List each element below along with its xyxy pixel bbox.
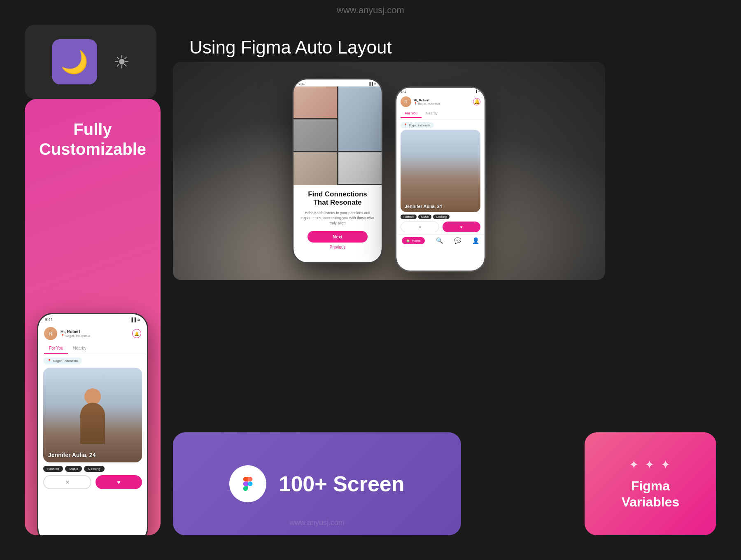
greeting-section: Hi, Robert 📍Bogor, Indonesia xyxy=(61,329,90,338)
card-100-text: 100+ Screen xyxy=(279,471,404,496)
moon-icon: 🌙 xyxy=(61,49,88,75)
status-bar: 9:41 ▐▐ ≋ xyxy=(38,314,147,324)
hero-label: Using Figma Auto Layout xyxy=(189,37,392,58)
moon-icon-box[interactable]: 🌙 xyxy=(52,39,97,84)
right-tab-for-you[interactable]: For You xyxy=(401,110,422,118)
grid-photo-2 xyxy=(338,86,382,151)
right-phone-header-left: R Hi, Robert 📍Bogor, Indonesia xyxy=(401,96,440,107)
next-button-center[interactable]: Next xyxy=(308,231,368,243)
card-100-screen: 100+ Screen www.anyusj.com xyxy=(173,432,461,535)
right-phone-location-badge: 📍Bogor, Indonesia xyxy=(401,122,434,128)
right-tag-fashion: Fashion xyxy=(401,215,417,219)
search-icon-nav: 🔍 xyxy=(436,237,443,244)
stone-overlay xyxy=(173,62,605,280)
card-100-watermark: www.anyusj.com xyxy=(289,518,345,527)
right-tags-row: Fashion Music Cooking xyxy=(401,215,480,219)
right-hero-time: 9:41 xyxy=(401,90,406,93)
location-text: 📍Bogor, Indonesia xyxy=(61,334,90,338)
grid-photo-3 xyxy=(294,119,337,151)
profile-name-overlay-left: Jennifer Aulia, 24 xyxy=(48,452,137,458)
right-tag-cooking: Cooking xyxy=(433,215,450,219)
avatar-left: R xyxy=(44,327,57,340)
sun-icon-box[interactable]: ☀ xyxy=(114,51,130,72)
profile-photo-inner xyxy=(43,368,142,462)
grid-photo-4 xyxy=(294,152,337,185)
phone-mockup-right-hero: 9:41 ▐ ≋ R Hi, Robert 📍Bogor, Indonesia … xyxy=(395,86,486,272)
right-hero-signal: ▐ ≋ xyxy=(475,90,480,93)
grid-photo-5 xyxy=(338,152,382,184)
phone-header-left: R Hi, Robert 📍Bogor, Indonesia 🔔 xyxy=(38,324,147,343)
tab-for-you[interactable]: For You xyxy=(44,343,68,354)
phone-mockup-left: 9:41 ▐▐ ≋ R Hi, Robert 📍Bogor, Indonesia… xyxy=(37,313,148,535)
right-hero-status-bar: 9:41 ▐ ≋ xyxy=(396,88,485,94)
right-location-text: 📍Bogor, Indonesia xyxy=(414,102,440,105)
tags-row-left: Fashion Music Cooking xyxy=(43,466,142,472)
figma-logo-svg xyxy=(238,474,258,494)
hero-section: 9:41 ▐▐ ≋ Find Connections That Resonate… xyxy=(173,62,605,280)
right-greeting-section: Hi, Robert 📍Bogor, Indonesia xyxy=(414,98,440,105)
right-tab-nearby[interactable]: Nearby xyxy=(422,110,442,118)
right-notification-bell[interactable]: 🔔 xyxy=(473,98,480,105)
location-badge-left: 📍Bogor, Indonesia xyxy=(43,357,82,364)
header-left-section: R Hi, Robert 📍Bogor, Indonesia xyxy=(44,327,90,340)
right-tag-music: Music xyxy=(418,215,431,219)
profile-name-text-left: Jennifer Aulia, 24 xyxy=(48,452,137,458)
tag-cooking: Cooking xyxy=(84,466,104,472)
person-head xyxy=(84,388,101,405)
center-subtext: EchoMatch listens to your passions and e… xyxy=(299,210,376,226)
center-phone-text-area: Find Connections That Resonate EchoMatch… xyxy=(294,185,382,254)
profile-photo-card-left: Jennifer Aulia, 24 xyxy=(43,368,142,462)
right-phone-header: R Hi, Robert 📍Bogor, Indonesia 🔔 xyxy=(396,94,485,110)
action-buttons-left: ✕ ♥ xyxy=(43,475,142,489)
left-panel-title: Fully Customizable xyxy=(25,99,161,171)
notification-bell[interactable]: 🔔 xyxy=(132,329,141,338)
right-reject-button[interactable]: ✕ xyxy=(401,222,439,232)
right-greeting-text: Hi, Robert xyxy=(414,98,440,102)
right-profile-overlay: Jennifer Aulia, 24 xyxy=(405,204,442,209)
photo-grid xyxy=(294,86,382,185)
center-headline: Find Connections That Resonate xyxy=(299,190,376,207)
right-like-button[interactable]: ♥ xyxy=(443,222,480,232)
tag-fashion: Fashion xyxy=(43,466,63,472)
like-button-left[interactable]: ♥ xyxy=(96,475,142,489)
phone-tabs-left: For You Nearby xyxy=(38,343,147,354)
center-status-bar: 9:41 ▐▐ ≋ xyxy=(294,79,382,86)
card-figma-variables: ✦ ✦ ✦ Figma Variables xyxy=(585,432,716,535)
tab-nearby[interactable]: Nearby xyxy=(68,343,91,354)
signal-icons: ▐▐ ≋ xyxy=(130,317,140,322)
right-phone-tabs: For You Nearby xyxy=(396,110,485,120)
tag-music: Music xyxy=(65,466,82,472)
phone-screen-left: 9:41 ▐▐ ≋ R Hi, Robert 📍Bogor, Indonesia… xyxy=(38,314,147,535)
right-profile-photo: Jennifer Aulia, 24 xyxy=(401,130,480,212)
avatar-right-hero: R xyxy=(401,96,411,107)
reject-button-left[interactable]: ✕ xyxy=(43,475,91,489)
theme-toggle-area: 🌙 ☀ xyxy=(25,25,156,99)
figma-vars-text: Figma Variables xyxy=(622,478,680,510)
sparkle-icon: ✦ ✦ ✦ xyxy=(629,458,672,471)
figma-logo-circle xyxy=(229,465,266,502)
nav-home-active[interactable]: 🏠 Home xyxy=(402,237,424,244)
person-body xyxy=(80,403,105,444)
right-bottom-nav: 🏠 Home 🔍 💬 👤 xyxy=(396,234,485,247)
profile-icon-nav: 👤 xyxy=(472,237,479,244)
left-panel: Fully Customizable 9:41 ▐▐ ≋ R Hi, Rober… xyxy=(25,99,161,535)
sun-icon: ☀ xyxy=(114,51,130,72)
right-hero-phone-screen: 9:41 ▐ ≋ R Hi, Robert 📍Bogor, Indonesia … xyxy=(396,88,485,271)
previous-button-center[interactable]: Previous xyxy=(299,245,376,250)
nav-profile-btn[interactable]: 👤 xyxy=(472,237,479,244)
phone-mockup-center: 9:41 ▐▐ ≋ Find Connections That Resonate… xyxy=(292,78,383,264)
right-action-buttons: ✕ ♥ xyxy=(401,222,480,232)
time-left: 9:41 xyxy=(45,317,53,322)
nav-search[interactable]: 🔍 xyxy=(436,237,443,244)
nav-chat[interactable]: 💬 xyxy=(454,237,461,244)
home-icon: 🏠 xyxy=(406,239,410,243)
greeting-text: Hi, Robert xyxy=(61,329,90,334)
right-profile-name: Jennifer Aulia, 24 xyxy=(405,204,442,209)
center-signal: ▐▐ ≋ xyxy=(368,82,377,86)
center-phone-screen: 9:41 ▐▐ ≋ Find Connections That Resonate… xyxy=(294,79,382,262)
watermark-top: www.anyusj.com xyxy=(337,5,404,16)
grid-photo-1 xyxy=(294,86,337,118)
person-silhouette xyxy=(76,388,109,462)
center-time: 9:41 xyxy=(298,82,305,86)
chat-icon-nav: 💬 xyxy=(454,237,461,244)
